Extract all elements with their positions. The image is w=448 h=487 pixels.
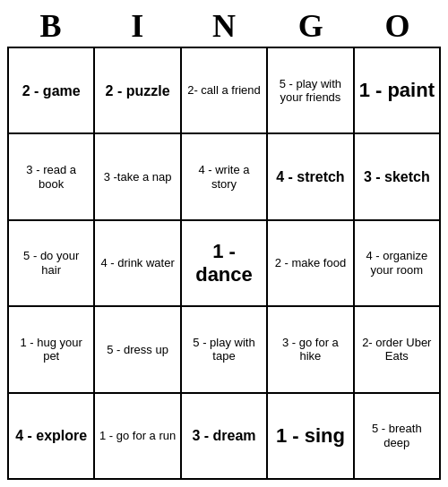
bingo-cell[interactable]: 5 - play with your friends: [268, 48, 354, 134]
bingo-cell[interactable]: 5 - play with tape: [182, 307, 268, 393]
bingo-cell[interactable]: 5 - do your hair: [9, 221, 95, 307]
bingo-cell[interactable]: 1 - hug your pet: [9, 307, 95, 393]
bingo-cell[interactable]: 1 - dance: [182, 221, 268, 307]
bingo-cell[interactable]: 4 - drink water: [95, 221, 181, 307]
bingo-letter: N: [181, 7, 268, 45]
bingo-cell[interactable]: 1 - go for a run: [95, 394, 181, 480]
bingo-cell[interactable]: 3 - go for a hike: [268, 307, 354, 393]
bingo-cell[interactable]: 2- call a friend: [182, 48, 268, 134]
bingo-cell[interactable]: 3 - dream: [182, 394, 268, 480]
bingo-cell[interactable]: 5 - dress up: [95, 307, 181, 393]
bingo-cell[interactable]: 1 - sing: [268, 394, 354, 480]
bingo-cell[interactable]: 3 -take a nap: [95, 134, 181, 220]
bingo-cell[interactable]: 2 - make food: [268, 221, 354, 307]
bingo-cell[interactable]: 2 - puzzle: [95, 48, 181, 134]
bingo-cell[interactable]: 4 - write a story: [182, 134, 268, 220]
bingo-cell[interactable]: 1 - paint: [355, 48, 441, 134]
bingo-cell[interactable]: 4 - stretch: [268, 134, 354, 220]
bingo-cell[interactable]: 3 - sketch: [355, 134, 441, 220]
bingo-letter: O: [354, 7, 441, 45]
bingo-cell[interactable]: 2- order Uber Eats: [355, 307, 441, 393]
bingo-cell[interactable]: 4 - explore: [9, 394, 95, 480]
bingo-grid: 2 - game2 - puzzle2- call a friend5 - pl…: [7, 47, 441, 480]
bingo-header: BINGO: [7, 7, 441, 45]
bingo-cell[interactable]: 3 - read a book: [9, 134, 95, 220]
bingo-letter: B: [7, 7, 94, 45]
bingo-letter: I: [94, 7, 181, 45]
bingo-cell[interactable]: 4 - organize your room: [355, 221, 441, 307]
bingo-cell[interactable]: 2 - game: [9, 48, 95, 134]
bingo-letter: G: [267, 7, 354, 45]
bingo-cell[interactable]: 5 - breath deep: [355, 394, 441, 480]
